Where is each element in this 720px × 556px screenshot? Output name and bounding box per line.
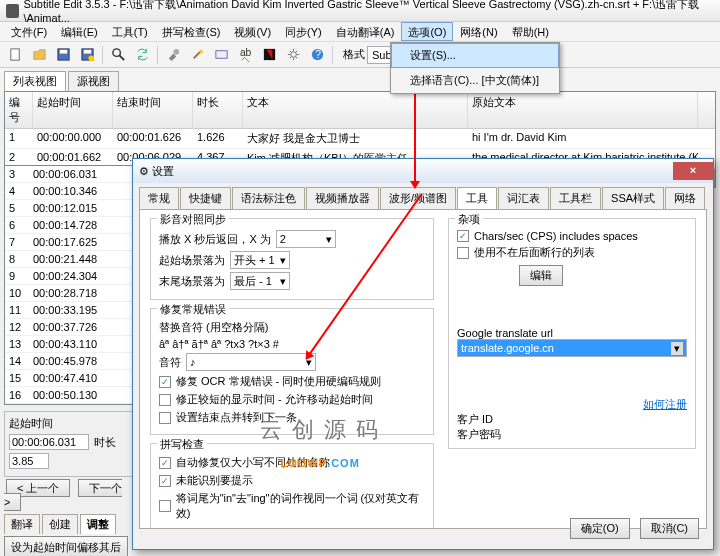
wand-icon[interactable] — [186, 44, 208, 66]
tab-create[interactable]: 创建 — [42, 514, 78, 534]
menu-spell[interactable]: 拼写检查(S) — [155, 22, 228, 41]
dialog-tab[interactable]: 视频播放器 — [306, 187, 379, 209]
dialog-body: 影音对照同步 播放 X 秒后返回，X 为2▾ 起始场景落为开头 + 1▾ 末尾场… — [139, 209, 707, 529]
chk-ocr[interactable]: ✓ — [159, 376, 171, 388]
col-start[interactable]: 起始时间 — [33, 92, 113, 128]
window-title: Subtitle Edit 3.5.3 - F:\迅雷下载\Animation … — [23, 0, 714, 24]
dialog-tabs: 常规快捷键语法标注色视频播放器波形/频谱图工具词汇表工具栏SSA样式网络 — [133, 183, 713, 209]
grid-row[interactable]: 700:00:17.625 — [5, 234, 133, 251]
dialog-tab[interactable]: 网络 — [665, 187, 705, 209]
grid-row[interactable]: 1500:00:47.410 — [5, 370, 133, 387]
options-settings[interactable]: 设置(S)... — [391, 43, 559, 68]
menu-net[interactable]: 网络(N) — [453, 22, 504, 41]
sync-x-select[interactable]: 2▾ — [276, 230, 336, 248]
grid-row[interactable]: 400:00:10.346 — [5, 183, 133, 200]
menu-sync[interactable]: 同步(Y) — [278, 22, 329, 41]
menu-autotrans[interactable]: 自动翻译(A) — [329, 22, 402, 41]
grid-row[interactable]: 500:00:12.015 — [5, 200, 133, 217]
left-panel: 300:00:06.031400:00:10.346500:00:12.0156… — [4, 165, 134, 556]
dialog-tab[interactable]: 工具栏 — [550, 187, 601, 209]
grid-row[interactable]: 300:00:06.031 — [5, 166, 133, 183]
dialog-tab[interactable]: 词汇表 — [498, 187, 549, 209]
dur-input[interactable] — [9, 453, 49, 469]
open-icon[interactable] — [28, 44, 50, 66]
grid-row[interactable]: 1400:00:45.978 — [5, 353, 133, 370]
visual-sync-icon[interactable] — [210, 44, 232, 66]
music-note-select[interactable]: ♪▾ — [186, 353, 316, 371]
spellcheck-icon[interactable]: ab — [234, 44, 256, 66]
menu-file[interactable]: 文件(F) — [4, 22, 54, 41]
grid-row[interactable]: 1200:00:37.726 — [5, 319, 133, 336]
menu-edit[interactable]: 编辑(E) — [54, 22, 105, 41]
dialog-tab[interactable]: 语法标注色 — [232, 187, 305, 209]
svg-rect-4 — [83, 50, 91, 54]
col-orig[interactable]: 原始文本 — [468, 92, 698, 128]
grid-row[interactable]: 900:00:24.304 — [5, 268, 133, 285]
close-icon[interactable]: × — [673, 162, 713, 180]
help-icon[interactable]: ? — [306, 44, 328, 66]
ok-button[interactable]: 确定(O) — [570, 518, 630, 539]
search-icon[interactable] — [107, 44, 129, 66]
grid-row[interactable]: 1100:00:33.195 — [5, 302, 133, 319]
netflix-icon[interactable] — [258, 44, 280, 66]
chk-nobreak-label: 使用不在后面断行的列表 — [474, 245, 595, 260]
col-text[interactable]: 文本 — [243, 92, 468, 128]
grid-row[interactable]: 1000:00:28.718 — [5, 285, 133, 302]
fix-icon[interactable] — [162, 44, 184, 66]
replace-icon[interactable] — [131, 44, 153, 66]
tab-translate[interactable]: 翻译 — [4, 514, 40, 534]
dialog-tab[interactable]: SSA样式 — [602, 187, 664, 209]
grid-row[interactable]: 600:00:14.728 — [5, 217, 133, 234]
col-end[interactable]: 结束时间 — [113, 92, 193, 128]
sync-start-label: 起始场景落为 — [159, 253, 225, 268]
menu-help[interactable]: 帮助(H) — [505, 22, 556, 41]
chk-prompt[interactable]: ✓ — [159, 475, 171, 487]
group-sync: 影音对照同步 播放 X 秒后返回，X 为2▾ 起始场景落为开头 + 1▾ 末尾场… — [150, 218, 434, 300]
svg-point-6 — [112, 49, 120, 57]
grid-row[interactable]: 800:00:21.448 — [5, 251, 133, 268]
tab-adjust[interactable]: 调整 — [80, 514, 116, 534]
grid-row[interactable]: 1300:00:43.110 — [5, 336, 133, 353]
tab-sourceview[interactable]: 源视图 — [68, 71, 119, 91]
save-icon[interactable] — [52, 44, 74, 66]
client-pw-label: 客户密码 — [457, 427, 687, 442]
sync-end-select[interactable]: 最后 - 1▾ — [230, 272, 290, 290]
chk-autofix-label: 自动修复仅大小写不同处的名称 — [176, 455, 330, 470]
google-url-select[interactable]: translate.google.cn▾ — [457, 339, 687, 357]
dialog-tab[interactable]: 快捷键 — [180, 187, 231, 209]
grid-row[interactable]: 1600:00:50.130 — [5, 387, 133, 404]
dur-label: 时长 — [94, 435, 116, 450]
register-link[interactable]: 如何注册 — [643, 398, 687, 410]
replace-notes-label: 替换音符 (用空格分隔) — [159, 320, 268, 335]
edit-button[interactable]: 编辑 — [519, 265, 563, 286]
group-title: 拼写检查 — [157, 437, 207, 452]
sync-start-select[interactable]: 开头 + 1▾ — [230, 251, 290, 269]
chk-cps[interactable]: ✓ — [457, 230, 469, 242]
svg-text:?: ? — [315, 49, 321, 60]
col-dur[interactable]: 时长 — [193, 92, 243, 128]
dialog-tab[interactable]: 常规 — [139, 187, 179, 209]
menu-tools[interactable]: 工具(T) — [105, 22, 155, 41]
cancel-button[interactable]: 取消(C) — [640, 518, 699, 539]
chk-endpoint[interactable] — [159, 412, 171, 424]
start-input[interactable] — [9, 434, 89, 450]
options-language[interactable]: 选择语言(C)... [中文(简体)] — [391, 68, 559, 93]
grid-row[interactable]: 100:00:00.00000:00:01.6261.626大家好 我是金大卫博… — [5, 129, 715, 149]
new-icon[interactable] — [4, 44, 26, 66]
tab-listview[interactable]: 列表视图 — [4, 71, 66, 91]
menu-options[interactable]: 选项(O) — [401, 22, 453, 41]
chk-nobreak[interactable] — [457, 247, 469, 259]
chk-ing[interactable] — [159, 500, 171, 512]
settings-icon[interactable] — [282, 44, 304, 66]
menu-video[interactable]: 视频(V) — [227, 22, 278, 41]
action-button[interactable]: 设为起始时间偏移其后 — [4, 536, 128, 556]
chk-short[interactable] — [159, 394, 171, 406]
dialog-tab[interactable]: 工具 — [457, 187, 497, 209]
google-url-label: Google translate url — [457, 327, 687, 339]
options-menu-popup: 设置(S)... 选择语言(C)... [中文(简体)] — [390, 42, 560, 94]
group-misc: 杂项 ✓Chars/sec (CPS) includes spaces 使用不在… — [448, 218, 696, 449]
saveas-icon[interactable] — [76, 44, 98, 66]
col-no[interactable]: 编号 — [5, 92, 33, 128]
chk-autofix[interactable]: ✓ — [159, 457, 171, 469]
settings-dialog: ⚙ 设置 × 常规快捷键语法标注色视频播放器波形/频谱图工具词汇表工具栏SSA样… — [132, 158, 714, 550]
